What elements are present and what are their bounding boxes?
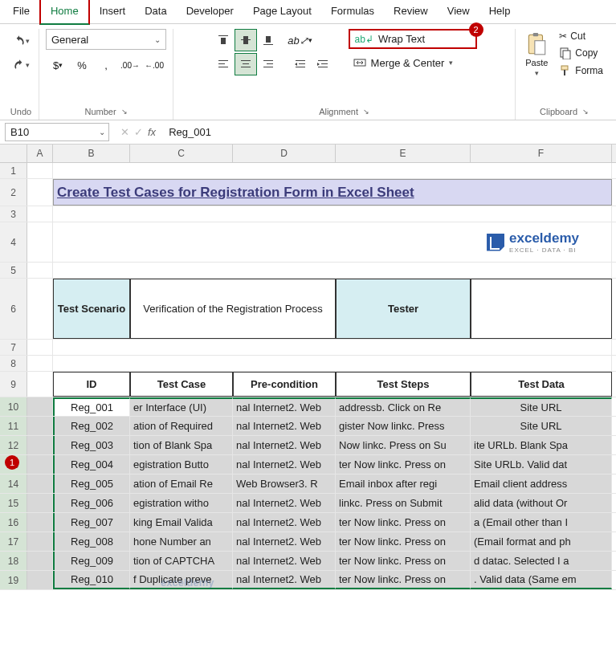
menu-insert[interactable]: Insert (90, 0, 136, 23)
menu-home[interactable]: Home (39, 0, 90, 25)
th-id[interactable]: ID (53, 372, 130, 397)
cancel-formula-button[interactable]: ✕ (120, 126, 129, 138)
cell-testcase[interactable]: er Interface (UI) (130, 397, 233, 416)
cell-testdata[interactable]: Site URL (471, 397, 612, 416)
cell-testdata[interactable]: Site URL (471, 417, 612, 435)
merge-center-button[interactable]: Merge & Center ▾ (349, 54, 477, 71)
cell-precondition[interactable]: nal Internet2. Web (233, 571, 336, 589)
menu-developer[interactable]: Developer (177, 0, 243, 23)
row-header-18[interactable]: 18 (0, 552, 27, 570)
row-header-17[interactable]: 17 (0, 532, 27, 551)
orientation-button[interactable]: ab⤢▾ (289, 29, 312, 51)
number-format-dropdown[interactable]: General ⌄ (46, 29, 166, 50)
cell-teststeps[interactable]: addressb. Click on Re (336, 397, 471, 416)
row-header-6[interactable]: 6 (0, 279, 27, 339)
select-all-corner[interactable] (0, 145, 27, 162)
cell-precondition[interactable]: Web Browser3. R (233, 474, 336, 493)
cell-precondition[interactable]: nal Internet2. Web (233, 513, 336, 531)
align-left-button[interactable] (212, 53, 235, 75)
col-header-D[interactable]: D (233, 145, 336, 162)
cell-id[interactable]: Reg_003 (53, 436, 130, 454)
increase-indent-button[interactable] (312, 53, 334, 75)
align-right-button[interactable] (257, 53, 279, 75)
cell-id[interactable]: Reg_006 (53, 494, 130, 512)
row-header-19[interactable]: 19 (0, 571, 27, 589)
cell-precondition[interactable]: nal Internet2. Web (233, 417, 336, 435)
row-header-8[interactable]: 8 (0, 356, 27, 371)
cell-id[interactable]: Reg_005 (53, 474, 130, 493)
cell-precondition[interactable]: nal Internet2. Web (233, 397, 336, 416)
col-header-A[interactable]: A (27, 145, 53, 162)
menu-help[interactable]: Help (479, 0, 520, 23)
undo-button[interactable]: ▾ (10, 32, 32, 50)
menu-page-layout[interactable]: Page Layout (243, 0, 321, 23)
enter-formula-button[interactable]: ✓ (134, 126, 143, 138)
wrap-text-button[interactable]: ab↲ Wrap Text 2 (349, 29, 477, 49)
cell-precondition[interactable]: nal Internet2. Web (233, 455, 336, 474)
th-testdata[interactable]: Test Data (471, 372, 612, 397)
cell-id[interactable]: Reg_009 (53, 552, 130, 570)
copy-button[interactable]: Copy (556, 45, 606, 61)
cell-testdata[interactable]: d datac. Selected I a (471, 552, 612, 570)
row-header-10[interactable]: 10 (0, 397, 27, 416)
cell-teststeps[interactable]: gister Now linkc. Press (336, 417, 471, 435)
cell-id[interactable]: Reg_002 (53, 417, 130, 435)
cell-id[interactable]: Reg_010 (53, 571, 130, 589)
percent-format-button[interactable]: % (70, 55, 94, 75)
redo-button[interactable]: ▾ (10, 56, 32, 74)
formula-bar[interactable]: Reg_001 (162, 124, 616, 141)
cell-precondition[interactable]: nal Internet2. Web (233, 532, 336, 551)
row-header-12[interactable]: 12 (0, 436, 27, 454)
tester-label-cell[interactable]: Tester (336, 279, 471, 339)
cell-testcase[interactable]: tion of CAPTCHA (130, 552, 233, 570)
cell-testcase[interactable]: ation of Required (130, 417, 233, 435)
row-header-16[interactable]: 16 (0, 513, 27, 531)
th-teststeps[interactable]: Test Steps (336, 372, 471, 397)
cell-teststeps[interactable]: ter Now linkc. Press on (336, 513, 471, 531)
format-painter-button[interactable]: Forma (556, 63, 606, 79)
col-header-E[interactable]: E (336, 145, 471, 162)
cut-button[interactable]: ✂Cut (556, 29, 606, 43)
menu-file[interactable]: File (3, 0, 39, 23)
scenario-value-cell[interactable]: Verification of the Registration Process (130, 279, 336, 339)
number-dialog-launcher[interactable]: ↘ (121, 108, 128, 116)
row-header-15[interactable]: 15 (0, 494, 27, 512)
cell-testcase[interactable]: hone Number an (130, 532, 233, 551)
cell-teststeps[interactable]: ter Now linkc. Press on (336, 571, 471, 589)
align-middle-button[interactable] (235, 29, 257, 51)
name-box[interactable]: B10 ⌄ (5, 123, 109, 141)
scenario-label-cell[interactable]: Test Scenario (53, 279, 130, 339)
menu-formulas[interactable]: Formulas (321, 0, 384, 23)
title-cell[interactable]: Create Test Cases for Registration Form … (53, 179, 612, 206)
cell-id[interactable]: Reg_004 (53, 455, 130, 474)
accounting-format-button[interactable]: $▾ (46, 55, 70, 75)
cell-precondition[interactable]: nal Internet2. Web (233, 436, 336, 454)
cell-testcase[interactable]: ation of Email Re (130, 474, 233, 493)
cell-testcase[interactable]: king Email Valida (130, 513, 233, 531)
align-center-button[interactable] (235, 53, 257, 75)
row-header-9[interactable]: 9 (0, 372, 27, 397)
row-header-5[interactable]: 5 (0, 263, 27, 278)
align-bottom-button[interactable] (257, 29, 279, 51)
col-header-C[interactable]: C (130, 145, 233, 162)
cell-testdata[interactable]: . Valid data (Same em (471, 571, 612, 589)
menu-review[interactable]: Review (384, 0, 438, 23)
align-top-button[interactable] (212, 29, 235, 51)
cell-testdata[interactable]: ite URLb. Blank Spa (471, 436, 612, 454)
cell-testcase[interactable]: tion of Blank Spa (130, 436, 233, 454)
decrease-decimal-button[interactable]: ←.00 (142, 55, 166, 75)
row-header-14[interactable]: 14 (0, 474, 27, 493)
cell-testdata[interactable]: a (Email other than I (471, 513, 612, 531)
cell-id[interactable]: Reg_007 (53, 513, 130, 531)
cell-testcase[interactable]: egistration witho (130, 494, 233, 512)
cell-teststeps[interactable]: linkc. Press on Submit (336, 494, 471, 512)
increase-decimal-button[interactable]: .00→ (118, 55, 142, 75)
row-header-3[interactable]: 3 (0, 206, 27, 222)
cell-teststeps[interactable]: ter Now linkc. Press on (336, 552, 471, 570)
cell-id[interactable]: Reg_001 (53, 397, 130, 416)
cell-id[interactable]: Reg_008 (53, 532, 130, 551)
row-header-1[interactable]: 1 (0, 163, 27, 178)
cell-teststeps[interactable]: Email inbox after regi (336, 474, 471, 493)
cell-teststeps[interactable]: ter Now linkc. Press on (336, 532, 471, 551)
menu-data[interactable]: Data (135, 0, 176, 23)
